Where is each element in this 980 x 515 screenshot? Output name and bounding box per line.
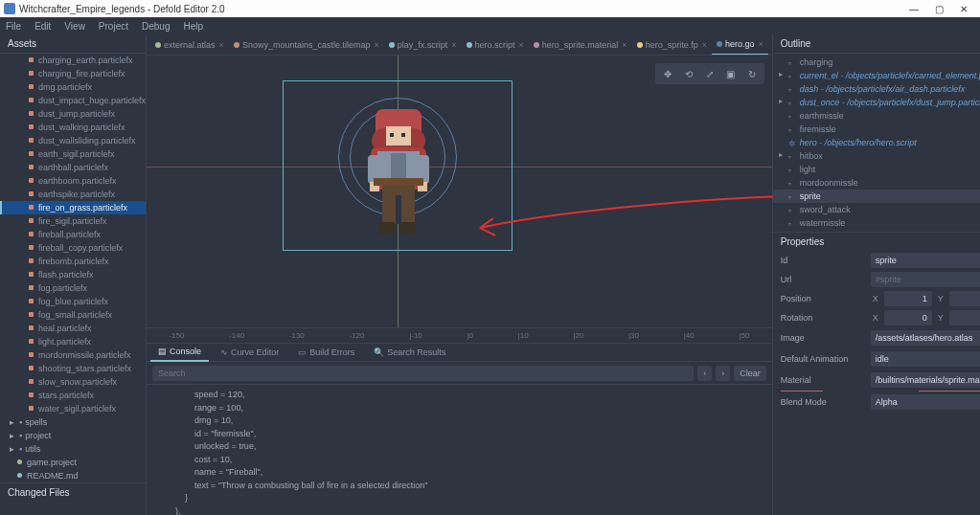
asset-item[interactable]: fog_small.particlefx (0, 308, 146, 322)
refresh-tool-icon[interactable]: ↻ (741, 65, 763, 82)
outline-item[interactable]: ▫charging (773, 56, 980, 69)
scene-viewport[interactable]: ✥ ⟲ ⤢ ▣ ↻ (147, 56, 772, 343)
editor-tab[interactable]: play_fx.script× (384, 34, 462, 56)
asset-item[interactable]: fireball_copy.particlefx (0, 241, 146, 255)
asset-item[interactable]: fireball.particlefx (0, 228, 146, 241)
asset-item[interactable]: fire_on_grass.particlefx (0, 201, 146, 214)
tab-close-icon[interactable]: × (622, 40, 627, 50)
outline-icon: ▫ (788, 58, 795, 65)
asset-item[interactable]: earthspike.particlefx (0, 188, 146, 201)
menu-project[interactable]: Project (99, 21, 128, 32)
anim-input[interactable] (871, 351, 980, 367)
search-prev-button[interactable]: ‹ (697, 366, 712, 381)
console-search-input[interactable] (152, 366, 694, 381)
outline-item[interactable]: ▫sprite (773, 190, 980, 203)
image-input[interactable] (871, 330, 980, 346)
asset-item[interactable]: slow_snow.particlefx (0, 375, 146, 389)
search-next-button[interactable]: › (716, 366, 730, 381)
menu-file[interactable]: File (6, 21, 21, 32)
blend-input[interactable] (871, 394, 980, 410)
rotate-tool-icon[interactable]: ⟲ (678, 65, 699, 82)
asset-item[interactable]: dust_wallsliding.particlefx (0, 134, 146, 147)
asset-item[interactable]: fog.particlefx (0, 281, 146, 295)
asset-item[interactable]: shooting_stars.particlefx (0, 362, 146, 375)
lower-tab[interactable]: ∿Curve Editor (213, 343, 286, 362)
menu-debug[interactable]: Debug (142, 21, 170, 32)
asset-item[interactable]: flash.particlefx (0, 268, 146, 281)
file-item[interactable]: README.md (0, 469, 146, 482)
rot-x-input[interactable] (884, 310, 932, 325)
editor-tab[interactable]: external.atlas× (150, 34, 229, 56)
pos-y-input[interactable] (949, 291, 980, 306)
tab-close-icon[interactable]: × (758, 39, 763, 49)
hero-sprite[interactable] (354, 103, 441, 247)
outline-item[interactable]: ▫earthmissle (773, 109, 980, 123)
asset-item[interactable]: earth_sigil.particlefx (0, 147, 146, 161)
asset-item[interactable]: dust_impact_huge.particlefx (0, 94, 146, 107)
asset-item[interactable]: dmg.particlefx (0, 80, 146, 94)
asset-item[interactable]: heal.particlefx (0, 322, 146, 335)
outline-item[interactable]: ▫dash - /objects/particlefx/air_dash.par… (773, 82, 980, 96)
asset-item[interactable]: firebomb.particlefx (0, 255, 146, 268)
close-button[interactable]: ✕ (951, 4, 976, 14)
tab-close-icon[interactable]: × (519, 40, 524, 50)
folder-item[interactable]: ▸▪spells (0, 415, 146, 429)
menu-help[interactable]: Help (183, 21, 203, 32)
url-label: Url (781, 275, 867, 284)
asset-item[interactable]: earthboom.particlefx (0, 174, 146, 188)
scale-tool-icon[interactable]: ⤢ (699, 65, 720, 82)
minimize-button[interactable]: — (901, 4, 926, 14)
folder-item[interactable]: ▸▪utils (0, 442, 146, 456)
tab-close-icon[interactable]: × (451, 40, 456, 50)
asset-item[interactable]: charging_fire.particlefx (0, 67, 146, 80)
maximize-button[interactable]: ▢ (926, 4, 951, 14)
asset-item[interactable]: mordonmissile.particlefx (0, 348, 146, 362)
outline-item[interactable]: ▫firemissle (773, 123, 980, 136)
lower-tab[interactable]: ▤Console (150, 343, 209, 362)
asset-list[interactable]: charging_earth.particlefxcharging_fire.p… (0, 54, 146, 482)
asset-item[interactable]: stars.particlefx (0, 389, 146, 402)
asset-item[interactable]: water_sigil.particlefx (0, 402, 146, 415)
outline-item[interactable]: ▸▫current_el - /objects/particlefx/carri… (773, 69, 980, 82)
editor-tab[interactable]: hero.script× (462, 34, 529, 56)
asset-item[interactable]: light.particlefx (0, 335, 146, 348)
outline-icon: ▫ (788, 72, 795, 78)
tab-close-icon[interactable]: × (219, 40, 224, 50)
lower-tab[interactable]: 🔍Search Results (366, 343, 453, 362)
file-item[interactable]: game.project (0, 456, 146, 469)
outline-item[interactable]: ▫watermissle (773, 216, 980, 230)
outline-list[interactable]: ▫charging▸▫current_el - /objects/particl… (773, 54, 980, 232)
material-input[interactable] (871, 372, 980, 388)
menu-view[interactable]: View (64, 21, 85, 32)
editor-tab[interactable]: hero_sprite.fp× (632, 34, 712, 56)
outline-item[interactable]: ▫sword_attack (773, 203, 980, 216)
asset-item[interactable]: earthball.particlefx (0, 161, 146, 174)
tab-close-icon[interactable]: × (374, 40, 378, 50)
id-input[interactable] (871, 253, 980, 268)
outline-item[interactable]: ▸▫dust_once - /objects/particlefx/dust_j… (773, 96, 980, 109)
editor-tab[interactable]: hero.go× (712, 34, 768, 56)
editor-tab[interactable]: Snowy_mountains_castle.tilemap× (229, 34, 384, 56)
url-input (871, 272, 980, 287)
outline-item[interactable]: ▫light (773, 163, 980, 176)
asset-item[interactable]: dust_walking.particlefx (0, 121, 146, 134)
outline-item[interactable]: ▸▫hitbox (773, 149, 980, 163)
asset-item[interactable]: dust_jump.particlefx (0, 107, 146, 121)
pos-x-input[interactable] (884, 291, 932, 306)
search-clear-button[interactable]: Clear (734, 366, 766, 381)
menu-edit[interactable]: Edit (34, 21, 51, 32)
tab-close-icon[interactable]: × (702, 40, 707, 50)
frame-tool-icon[interactable]: ▣ (720, 65, 741, 82)
outline-item[interactable]: ✲hero - /objects/hero/hero.script (773, 136, 980, 149)
asset-item[interactable]: fire_sigil.particlefx (0, 214, 146, 228)
console-line: name = "Fireball", (166, 466, 753, 480)
rot-y-input[interactable] (949, 310, 980, 325)
move-tool-icon[interactable]: ✥ (657, 65, 678, 82)
asset-item[interactable]: charging_earth.particlefx (0, 54, 146, 67)
editor-tab[interactable]: hero_sprite.material× (529, 34, 632, 56)
console-output[interactable]: speed = 120, range = 100, dmg = 10, id =… (147, 385, 772, 515)
lower-tab[interactable]: ▭Build Errors (290, 343, 362, 362)
folder-item[interactable]: ▸▪project (0, 429, 146, 442)
asset-item[interactable]: fog_blue.particlefx (0, 295, 146, 308)
outline-item[interactable]: ▫mordoonmissle (773, 176, 980, 190)
